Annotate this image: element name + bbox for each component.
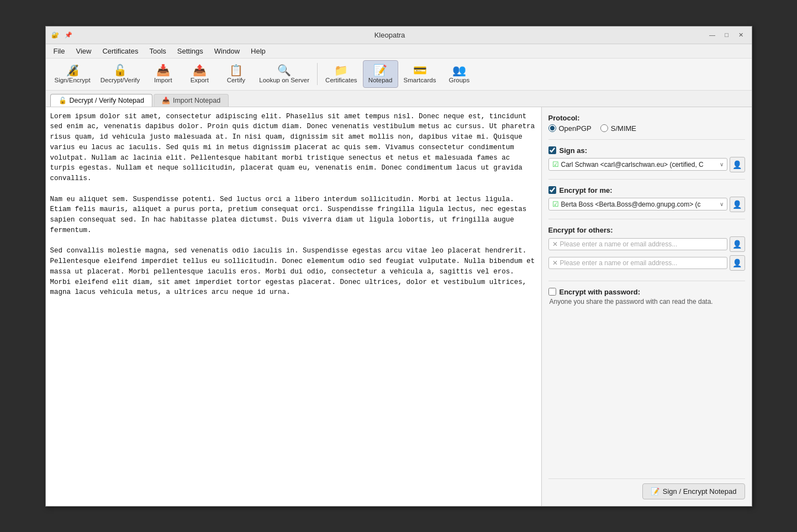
smime-option[interactable]: S/MIME [600, 124, 636, 133]
encrypt-me-section: Encrypt for me: ☑ Berta Boss <Berta.Boss… [548, 186, 745, 212]
toolbar-btn-export[interactable]: 📤Export [182, 60, 217, 88]
encrypt-others-input-1[interactable] [560, 240, 724, 248]
tab-label-decrypt-verify: Decrypt / Verify Notepad [70, 97, 144, 104]
encrypt-others-field-1: ✕ [548, 238, 727, 250]
divider-2 [548, 179, 745, 180]
sign-as-row: Sign as: [548, 146, 745, 155]
menu-item-file[interactable]: File [48, 46, 71, 56]
toolbar-icon-certify: 📋 [229, 65, 243, 76]
toolbar-label-lookup-server: Lookup on Server [259, 77, 309, 83]
toolbar-btn-decrypt-verify[interactable]: 🔓Decrypt/Verify [96, 60, 145, 88]
tab-bar: 🔓Decrypt / Verify Notepad📥Import Notepad [46, 91, 752, 107]
main-window: 🔐 📌 Kleopatra — □ ✕ FileViewCertificates… [45, 26, 752, 507]
pin-icon: 📌 [64, 30, 73, 40]
sign-encrypt-icon: 📝 [651, 487, 659, 496]
tab-icon-import-notepad: 📥 [162, 97, 170, 104]
tab-import-notepad[interactable]: 📥Import Notepad [154, 94, 229, 107]
openpgp-label: OpenPGP [559, 124, 592, 133]
encrypt-me-cert-selector: ☑ Berta Boss <Berta.Boss@demo.gnupg.com>… [548, 197, 745, 212]
toolbar-label-export: Export [191, 77, 209, 83]
sign-as-section: Sign as: ☑ Carl Schwan <carl@carlschwan.… [548, 146, 745, 172]
sign-cert-dropdown[interactable]: ☑ Carl Schwan <carl@carlschwan.eu> (cert… [548, 158, 727, 171]
encrypt-password-hint: Anyone you share the password with can r… [548, 298, 745, 305]
sign-cert-text: Carl Schwan <carl@carlschwan.eu> (certif… [561, 161, 717, 168]
toolbar-label-smartcards: Smartcards [404, 77, 436, 83]
window-title: Kleopatra [73, 31, 706, 39]
minimize-button[interactable]: — [706, 30, 719, 40]
menu-item-window[interactable]: Window [209, 46, 245, 56]
menu-item-help[interactable]: Help [245, 46, 271, 56]
encrypt-password-section: Encrypt with password: Anyone you share … [548, 288, 745, 305]
notepad-text-area-wrapper [46, 107, 542, 506]
openpgp-option[interactable]: OpenPGP [548, 124, 592, 133]
right-panel: Protocol: OpenPGP S/MIME Sig [542, 107, 752, 506]
smime-radio[interactable] [600, 124, 608, 132]
toolbar-label-import: Import [154, 77, 172, 83]
toolbar-label-certificates: Certificates [325, 77, 357, 83]
toolbar-icon-groups: 👥 [452, 65, 466, 76]
toolbar-icon-smartcards: 💳 [413, 65, 427, 76]
sign-cert-check-icon: ☑ [552, 160, 559, 168]
tab-icon-decrypt-verify: 🔓 [59, 97, 67, 104]
close-button[interactable]: ✕ [735, 30, 747, 40]
encrypt-others-input-2[interactable] [560, 259, 724, 267]
sign-as-label: Sign as: [560, 146, 588, 155]
encrypt-others-section: Encrypt for others: ✕ 👤 ✕ [548, 226, 745, 274]
encrypt-me-chevron-icon: ∨ [720, 201, 724, 207]
encrypt-others-add-btn-2[interactable]: 👤 [730, 255, 745, 271]
app-icon: 🔐 [50, 30, 60, 40]
toolbar-icon-import: 📥 [156, 65, 170, 76]
sign-as-checkbox[interactable] [548, 146, 556, 154]
toolbar-btn-groups[interactable]: 👥Groups [441, 60, 477, 88]
toolbar-label-decrypt-verify: Decrypt/Verify [101, 77, 140, 83]
divider-1 [548, 139, 745, 140]
menu-item-certificates[interactable]: Certificates [97, 46, 144, 56]
toolbar-btn-notepad[interactable]: 📝Notepad [363, 60, 398, 88]
encrypt-others-clear-icon-1[interactable]: ✕ [552, 240, 558, 248]
toolbar-btn-certify[interactable]: 📋Certify [218, 60, 254, 88]
sign-encrypt-btn-label: Sign / Encrypt Notepad [663, 487, 737, 496]
tab-decrypt-verify[interactable]: 🔓Decrypt / Verify Notepad [50, 94, 152, 107]
sign-cert-add-icon: 👤 [732, 160, 742, 169]
encrypt-me-checkbox[interactable] [548, 186, 556, 194]
titlebar-app-icons: 🔐 📌 [50, 30, 73, 40]
toolbar-btn-sign-encrypt[interactable]: 🔏Sign/Encrypt [50, 60, 95, 88]
notepad-textarea[interactable] [46, 107, 541, 506]
toolbar-label-certify: Certify [227, 77, 245, 83]
encrypt-others-input-row-1: ✕ 👤 [548, 236, 745, 252]
encrypt-password-label: Encrypt with password: [560, 288, 641, 296]
encrypt-me-row: Encrypt for me: [548, 186, 745, 194]
encrypt-others-add-btn-1[interactable]: 👤 [730, 236, 745, 252]
sign-encrypt-notepad-button[interactable]: 📝 Sign / Encrypt Notepad [642, 483, 745, 499]
openpgp-radio[interactable] [548, 124, 556, 132]
bottom-bar: 📝 Sign / Encrypt Notepad [548, 478, 745, 499]
encrypt-me-cert-check-icon: ☑ [552, 200, 559, 208]
toolbar-btn-lookup-server[interactable]: 🔍Lookup on Server [255, 60, 314, 88]
encrypt-password-row: Encrypt with password: [548, 288, 745, 296]
encrypt-password-checkbox[interactable] [548, 288, 556, 296]
toolbar-label-notepad: Notepad [368, 77, 392, 83]
menu-item-view[interactable]: View [70, 46, 97, 56]
encrypt-me-cert-dropdown[interactable]: ☑ Berta Boss <Berta.Boss@demo.gnupg.com>… [548, 198, 727, 210]
menu-item-settings[interactable]: Settings [172, 46, 209, 56]
encrypt-others-clear-icon-2[interactable]: ✕ [552, 259, 558, 267]
window-controls: — □ ✕ [706, 30, 747, 40]
toolbar-icon-lookup-server: 🔍 [277, 65, 291, 76]
encrypt-me-cert-add-button[interactable]: 👤 [730, 197, 745, 212]
divider-4 [548, 281, 745, 281]
toolbar-icon-notepad: 📝 [373, 65, 387, 76]
toolbar-btn-smartcards[interactable]: 💳Smartcards [399, 60, 441, 88]
toolbar-label-groups: Groups [449, 77, 470, 83]
maximize-button[interactable]: □ [721, 30, 733, 40]
toolbar-icon-sign-encrypt: 🔏 [66, 65, 80, 76]
encrypt-others-input-row-2: ✕ 👤 [548, 255, 745, 271]
toolbar-btn-certificates[interactable]: 📁Certificates [321, 60, 362, 88]
toolbar-btn-import[interactable]: 📥Import [145, 60, 181, 88]
menu-item-tools[interactable]: Tools [144, 46, 171, 56]
tab-label-import-notepad: Import Notepad [173, 97, 220, 104]
sign-cert-add-button[interactable]: 👤 [730, 157, 745, 172]
content-area: Protocol: OpenPGP S/MIME Sig [46, 107, 752, 506]
sign-cert-chevron-icon: ∨ [720, 161, 724, 167]
sign-cert-selector: ☑ Carl Schwan <carl@carlschwan.eu> (cert… [548, 157, 745, 172]
toolbar-icon-certificates: 📁 [334, 65, 348, 76]
